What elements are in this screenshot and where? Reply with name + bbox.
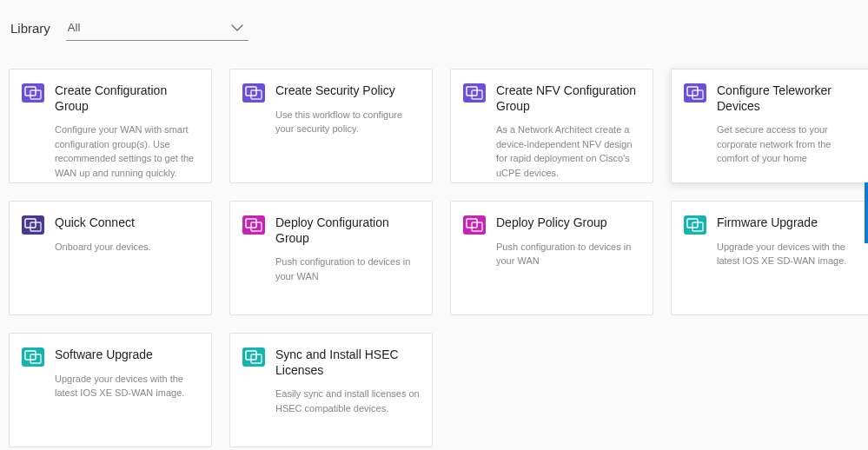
card-description: Onboard your devices. [55,240,199,255]
card-body: Quick ConnectOnboard your devices. [55,215,199,302]
card-title: Sync and Install HSEC Licenses [275,347,420,378]
card-sync-install-hsec-licenses[interactable]: Sync and Install HSEC LicensesEasily syn… [229,333,433,447]
card-description: As a Network Architect create a device-i… [496,122,640,180]
workflow-icon [22,83,44,103]
card-title: Deploy Configuration Group [275,215,420,246]
card-description: Push configuration to devices in your WA… [275,255,420,283]
card-create-security-policy[interactable]: Create Security PolicyUse this workflow … [229,69,433,183]
workflow-icon [463,215,486,235]
card-body: Create Security PolicyUse this workflow … [275,83,420,170]
card-title: Deploy Policy Group [496,215,640,231]
card-description: Push configuration to devices in your WA… [496,240,640,268]
card-deploy-policy-group[interactable]: Deploy Policy GroupPush configuration to… [450,201,653,315]
card-body: Software UpgradeUpgrade your devices wit… [55,347,199,434]
card-description: Configure your WAN with smart configurat… [55,122,199,180]
workflow-icon [242,83,265,103]
card-deploy-configuration-group[interactable]: Deploy Configuration GroupPush configura… [229,201,433,315]
card-body: Firmware UpgradeUpgrade your devices wit… [717,215,861,302]
chevron-down-icon [231,19,243,35]
workflow-icon [242,347,265,367]
card-body: Sync and Install HSEC LicensesEasily syn… [275,347,420,434]
workflow-icon [22,215,44,235]
card-create-nfv-configuration-group[interactable]: Create NFV Configuration GroupAs a Netwo… [450,69,653,183]
card-description: Use this workflow to configure your secu… [275,108,420,136]
card-firmware-upgrade[interactable]: Firmware UpgradeUpgrade your devices wit… [671,201,868,315]
card-body: Create NFV Configuration GroupAs a Netwo… [496,83,640,170]
library-label: Library [10,21,50,36]
scroll-indicator[interactable] [865,182,868,243]
library-filter-value: All [68,21,80,34]
card-description: Get secure access to your corporate netw… [717,122,861,166]
library-filter-dropdown[interactable]: All [66,16,248,41]
card-body: Deploy Configuration GroupPush configura… [275,215,420,302]
card-title: Create Security Policy [275,83,420,99]
card-description: Upgrade your devices with the latest IOS… [717,240,861,268]
card-body: Deploy Policy GroupPush configuration to… [496,215,640,302]
card-body: Configure Teleworker DevicesGet secure a… [717,83,861,170]
workflow-icon [463,83,486,103]
card-title: Create Configuration Group [55,83,199,114]
card-configure-teleworker-devices[interactable]: Configure Teleworker DevicesGet secure a… [671,69,868,183]
card-title: Quick Connect [55,215,199,231]
card-quick-connect[interactable]: Quick ConnectOnboard your devices. [9,201,212,315]
workflow-icon [684,83,706,103]
card-software-upgrade[interactable]: Software UpgradeUpgrade your devices wit… [9,333,212,447]
library-header: Library All [0,0,868,53]
card-description: Upgrade your devices with the latest IOS… [55,372,199,400]
workflow-card-grid: Create Configuration GroupConfigure your… [0,53,868,450]
workflow-icon [22,347,44,367]
card-title: Configure Teleworker Devices [717,83,861,114]
workflow-icon [242,215,265,235]
card-create-configuration-group[interactable]: Create Configuration GroupConfigure your… [9,69,212,183]
card-title: Firmware Upgrade [717,215,861,231]
card-title: Create NFV Configuration Group [496,83,640,114]
card-body: Create Configuration GroupConfigure your… [55,83,199,170]
card-title: Software Upgrade [55,347,199,363]
workflow-icon [684,215,706,235]
card-description: Easily sync and install licenses on HSEC… [275,387,420,415]
